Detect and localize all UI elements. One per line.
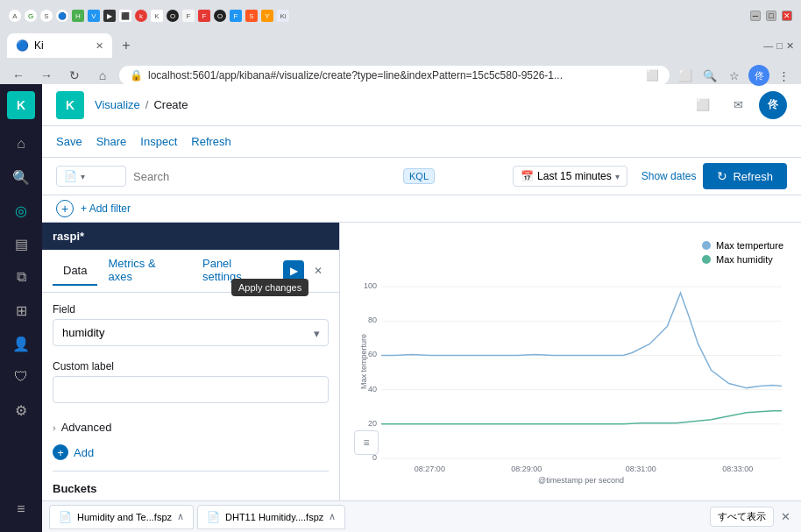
add-filter-row: + + Add filter (42, 195, 801, 223)
add-filter-label[interactable]: + Add filter (81, 199, 131, 218)
chevron-right-icon: › (53, 422, 56, 433)
tab-data[interactable]: Data (53, 257, 97, 286)
address-bar[interactable]: 🔒 localhost:5601/app/kibana#/visualize/c… (119, 66, 670, 85)
sidebar-item-globe[interactable]: ◎ (4, 195, 39, 226)
time-picker[interactable]: 📅 Last 15 minutes ▾ (513, 166, 627, 187)
tab-restore-icon: □ (776, 40, 783, 52)
field-select[interactable]: humidity (53, 319, 329, 346)
tab-metrics-axes[interactable]: Metrics & axes (97, 250, 192, 292)
cast-icon[interactable]: ⬜ (675, 65, 696, 86)
svg-text:08:31:00: 08:31:00 (626, 465, 656, 473)
profile-icon[interactable]: 佟 (748, 65, 769, 86)
user-avatar[interactable]: 佟 (759, 91, 787, 119)
chart-tool-list-button[interactable]: ≡ (354, 430, 379, 455)
legend-item-temperature: Max temperture (702, 240, 783, 251)
chart-container: Max temperture Max humidity Max tempertu… (351, 233, 790, 490)
workspace: raspi* Data Metrics & axes Panel setting… (42, 223, 801, 500)
sidebar-item-menu[interactable]: ≡ (4, 493, 39, 525)
calendar-icon: 📅 (521, 170, 534, 182)
breadcrumb-current: Create (153, 98, 188, 111)
bottom-tab-label-1: DHT11 Humitidy....fspz (225, 512, 323, 522)
sidebar-item-grid[interactable]: ⊞ (4, 294, 39, 326)
svg-text:80: 80 (368, 316, 377, 324)
bottom-tab-label-0: Humidity and Te...fspz (77, 512, 172, 522)
sidebar-item-chart[interactable]: ▤ (4, 228, 39, 259)
index-icon: 📄 (64, 170, 77, 182)
sidebar-item-search[interactable]: 🔍 (4, 161, 39, 193)
bookmark-address-icon[interactable]: ☆ (724, 65, 745, 86)
bottom-tab-expand-1[interactable]: ∧ (329, 511, 336, 522)
svg-text:40: 40 (368, 385, 377, 394)
menu-address-icon[interactable]: ⋮ (773, 65, 794, 86)
browser-tab-active[interactable]: 🔵 Ki ✕ (7, 33, 112, 58)
field-select-wrapper: humidity ▾ (53, 319, 329, 346)
bottom-tabs-bar: 📄 Humidity and Te...fspz ∧ 📄 DHT11 Humit… (42, 500, 801, 532)
custom-label-form-group: Custom label (53, 360, 329, 403)
refresh-main-button[interactable]: ↻ Refresh (703, 163, 787, 189)
tab-close-icon[interactable]: ✕ (96, 40, 103, 52)
custom-label-label: Custom label (53, 360, 329, 372)
chart-area: Max temperture Max humidity Max tempertu… (340, 223, 801, 500)
add-icon: + (53, 444, 68, 460)
refresh-circle-icon: ↻ (717, 169, 727, 183)
lock-icon: 🔒 (130, 69, 143, 82)
advanced-label: Advanced (61, 421, 112, 434)
svg-text:60: 60 (368, 350, 377, 358)
app-header: K Visualize / Create ⬜ ✉ 佟 (42, 84, 801, 126)
show-dates-button[interactable]: Show dates (642, 170, 697, 182)
share-button[interactable]: Share (96, 133, 127, 150)
kql-badge[interactable]: KQL (403, 168, 435, 184)
svg-text:20: 20 (368, 419, 377, 428)
svg-text:08:27:00: 08:27:00 (415, 465, 445, 473)
custom-label-input[interactable] (53, 376, 329, 403)
add-label: Add (74, 446, 94, 459)
legend-dot-humidity (702, 255, 711, 264)
inspect-button[interactable]: Inspect (140, 133, 177, 150)
bookmark-icon: ⬜ (646, 69, 659, 82)
tab-minimize-icon: — (763, 40, 773, 52)
bottom-tab-1[interactable]: 📄 DHT11 Humitidy....fspz ∧ (197, 505, 345, 529)
maximize-button[interactable]: □ (766, 11, 776, 21)
save-button[interactable]: Save (56, 133, 82, 150)
show-all-button[interactable]: すべて表示 (710, 507, 774, 527)
time-range-label: Last 15 minutes (537, 170, 612, 182)
bottom-tab-expand-0[interactable]: ∧ (177, 511, 184, 522)
bottom-tab-doc-icon-0: 📄 (59, 511, 72, 523)
tab-close-icon-top: ✕ (786, 40, 794, 52)
tab-label: Ki (34, 39, 44, 52)
advanced-toggle[interactable]: › Advanced (53, 417, 329, 437)
refresh-toolbar-button[interactable]: Refresh (191, 133, 231, 150)
panel-close-button[interactable]: ✕ (308, 260, 329, 281)
apply-tooltip: Apply changes (231, 279, 308, 296)
sidebar-item-layers[interactable]: ⧉ (4, 261, 39, 293)
kibana-logo[interactable]: K (7, 91, 35, 119)
add-metric-button[interactable]: + Add (53, 444, 329, 460)
search-address-icon[interactable]: 🔍 (699, 65, 720, 86)
panel-title: raspi* (42, 223, 339, 250)
new-tab-button[interactable]: + (114, 33, 138, 58)
field-label: Field (53, 303, 329, 316)
svg-text:Max temperture: Max temperture (359, 334, 368, 389)
breadcrumb: Visualize / Create (95, 98, 188, 111)
bottom-tab-0[interactable]: 📄 Humidity and Te...fspz ∧ (49, 505, 194, 529)
sidebar-item-settings[interactable]: ⚙ (4, 394, 39, 426)
filter-bar: 📄 ▾ KQL 📅 Last 15 minutes ▾ Show dates ↻… (42, 158, 801, 195)
close-all-button[interactable]: ✕ (777, 507, 794, 527)
browser-logo-area: A G S 🔵 H V ▶ ⬛ k K O F F O F S Y Ki (9, 10, 289, 22)
sidebar-item-home[interactable]: ⌂ (4, 128, 39, 160)
add-filter-circle-button[interactable]: + (56, 200, 74, 217)
mail-button[interactable]: ✉ (724, 91, 752, 119)
close-button[interactable]: ✕ (782, 11, 792, 21)
index-selector[interactable]: 📄 ▾ (56, 166, 126, 187)
fullscreen-button[interactable]: ⬜ (689, 91, 717, 119)
sidebar-item-shield[interactable]: 🛡 (4, 361, 39, 393)
kibana-app-logo: K (56, 91, 84, 119)
sidebar-item-person[interactable]: 👤 (4, 328, 39, 359)
legend-item-humidity: Max humidity (702, 254, 783, 265)
breadcrumb-visualize-link[interactable]: Visualize (95, 98, 140, 111)
minimize-button[interactable]: ─ (750, 11, 761, 21)
url-text: localhost:5601/app/kibana#/visualize/cre… (148, 69, 641, 82)
left-panel: raspi* Data Metrics & axes Panel setting… (42, 223, 340, 500)
search-input[interactable] (133, 170, 396, 183)
time-chevron-icon: ▾ (615, 172, 620, 181)
